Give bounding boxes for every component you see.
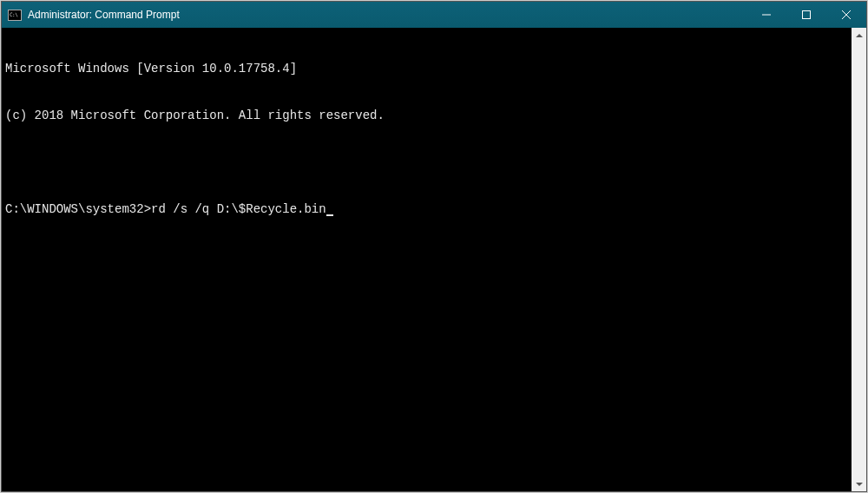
- chevron-down-icon: [856, 482, 863, 487]
- svg-rect-1: [803, 11, 811, 19]
- cursor: [326, 214, 333, 216]
- maximize-icon: [802, 10, 811, 19]
- chevron-up-icon: [856, 33, 863, 38]
- vertical-scrollbar[interactable]: [852, 28, 866, 491]
- titlebar[interactable]: Administrator: Command Prompt: [2, 2, 866, 28]
- window-controls: [746, 2, 866, 28]
- close-icon: [842, 10, 851, 19]
- minimize-button[interactable]: [746, 2, 786, 28]
- scroll-down-button[interactable]: [852, 477, 866, 491]
- command-prompt-window: Administrator: Command Prompt Microsoft: [1, 1, 867, 492]
- window-title: Administrator: Command Prompt: [28, 9, 746, 21]
- version-line: Microsoft Windows [Version 10.0.17758.4]: [5, 61, 848, 76]
- blank-line: [5, 154, 848, 170]
- scroll-up-button[interactable]: [852, 28, 866, 43]
- cmd-icon: [8, 10, 22, 21]
- prompt-text: C:\WINDOWS\system32>: [5, 202, 151, 216]
- terminal-output[interactable]: Microsoft Windows [Version 10.0.17758.4]…: [2, 28, 852, 491]
- app-icon[interactable]: [8, 9, 22, 21]
- scroll-track[interactable]: [852, 43, 866, 477]
- maximize-button[interactable]: [786, 2, 826, 28]
- command-line: C:\WINDOWS\system32>rd /s /q D:\$Recycle…: [5, 201, 848, 217]
- close-button[interactable]: [826, 2, 866, 28]
- typed-command: rd /s /q D:\$Recycle.bin: [151, 202, 326, 216]
- copyright-line: (c) 2018 Microsoft Corporation. All righ…: [5, 108, 848, 123]
- minimize-icon: [762, 10, 771, 19]
